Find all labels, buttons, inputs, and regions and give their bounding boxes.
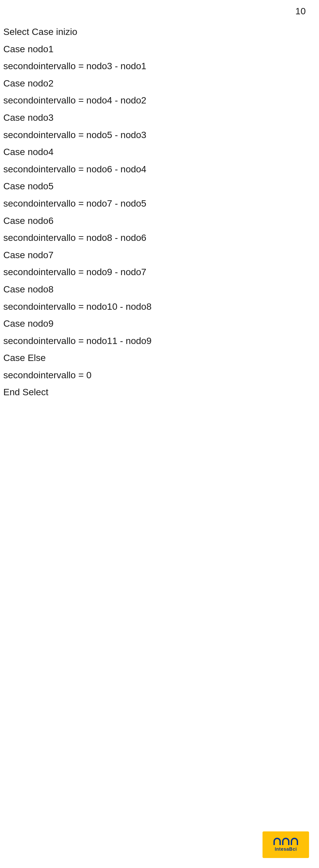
code-line-12: secondointervallo = nodo8 - nodo6 [3,229,316,247]
arch-2 [282,838,289,845]
arch-3 [291,838,298,845]
code-block: Select Case inizioCase nodo1secondointer… [3,23,316,401]
code-line-0: Select Case inizio [3,23,316,40]
code-line-7: Case nodo4 [3,144,316,161]
code-line-16: secondointervallo = nodo10 - nodo8 [3,298,316,315]
code-line-8: secondointervallo = nodo6 - nodo4 [3,161,316,178]
code-line-9: Case nodo5 [3,178,316,195]
arch-1 [274,838,281,845]
code-line-15: Case nodo8 [3,281,316,298]
code-line-6: secondointervallo = nodo5 - nodo3 [3,126,316,144]
code-line-14: secondointervallo = nodo9 - nodo7 [3,264,316,281]
code-line-17: Case nodo9 [3,315,316,332]
code-line-19: Case Else [3,349,316,367]
logo-arches [274,838,298,845]
code-line-4: secondointervallo = nodo4 - nodo2 [3,92,316,109]
code-line-20: secondointervallo = 0 [3,367,316,384]
code-line-18: secondointervallo = nodo11 - nodo9 [3,332,316,350]
intesa-logo: IntesaBci [262,831,309,858]
code-line-1: Case nodo1 [3,40,316,58]
code-line-11: Case nodo6 [3,212,316,229]
code-line-2: secondointervallo = nodo3 - nodo1 [3,58,316,75]
code-line-3: Case nodo2 [3,75,316,92]
code-line-13: Case nodo7 [3,247,316,264]
code-line-5: Case nodo3 [3,109,316,126]
code-line-10: secondointervallo = nodo7 - nodo5 [3,195,316,212]
logo-text: IntesaBci [275,846,297,852]
page-number: 10 [295,6,306,17]
intesa-logo-container: IntesaBci [262,831,309,858]
code-line-21: End Select [3,383,316,401]
